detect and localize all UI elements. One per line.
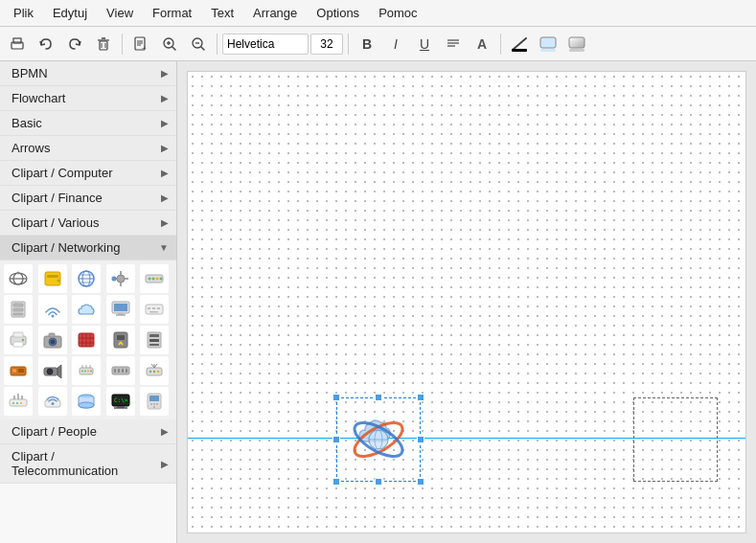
- sidebar-item-basic[interactable]: Basic ▶: [0, 111, 176, 136]
- resize-handle-br[interactable]: [417, 478, 424, 486]
- print-button[interactable]: [4, 31, 31, 57]
- sidebar-item-clipart-various[interactable]: Clipart / Various ▶: [0, 211, 176, 236]
- svg-point-69: [22, 339, 24, 341]
- svg-rect-53: [13, 304, 23, 306]
- menu-arrange[interactable]: Arrange: [243, 4, 307, 22]
- net-icon-4[interactable]: [106, 264, 135, 293]
- italic-button[interactable]: I: [382, 31, 409, 57]
- underline-button[interactable]: U: [411, 31, 438, 57]
- net-icon-9[interactable]: [106, 295, 135, 324]
- sidebar-label-clipart-finance: Clipart / Finance: [11, 191, 103, 205]
- selected-shape[interactable]: [336, 397, 421, 482]
- resize-handle-bm[interactable]: [375, 478, 382, 486]
- net-icon-23[interactable]: [72, 387, 101, 416]
- line-color-button[interactable]: [506, 31, 533, 57]
- menu-pomoc[interactable]: Pomoc: [369, 4, 426, 22]
- svg-point-56: [51, 315, 54, 318]
- svg-point-131: [150, 403, 152, 405]
- sidebar-label-clipart-people: Clipart / People: [11, 424, 97, 439]
- sidebar-item-bpmn[interactable]: BPMN ▶: [0, 61, 176, 86]
- svg-point-118: [12, 402, 14, 404]
- net-icon-13[interactable]: [72, 326, 101, 354]
- menu-format[interactable]: Format: [143, 4, 201, 22]
- sidebar-item-clipart-finance[interactable]: Clipart / Finance ▶: [0, 186, 176, 211]
- font-style-button[interactable]: A: [469, 31, 495, 57]
- svg-point-134: [153, 406, 155, 408]
- net-icon-19[interactable]: [106, 356, 135, 385]
- menu-view[interactable]: View: [97, 4, 143, 22]
- menu-text[interactable]: Text: [201, 4, 243, 22]
- net-icon-1[interactable]: [4, 264, 33, 293]
- chevron-right-icon-computer: ▶: [161, 168, 169, 178]
- svg-rect-106: [126, 369, 127, 373]
- sidebar-item-clipart-networking[interactable]: Clipart / Networking ▼: [0, 236, 176, 260]
- sidebar-item-arrows[interactable]: Arrows ▶: [0, 136, 176, 161]
- svg-rect-62: [148, 307, 150, 309]
- svg-point-41: [117, 275, 125, 283]
- canvas-area[interactable]: ⋮: [177, 61, 756, 543]
- net-icon-17[interactable]: [38, 356, 67, 385]
- net-icon-16[interactable]: [4, 356, 33, 385]
- sidebar-item-clipart-computer[interactable]: Clipart / Computer ▶: [0, 161, 176, 186]
- net-icon-5[interactable]: [140, 264, 169, 293]
- svg-rect-67: [13, 332, 23, 337]
- delete-button[interactable]: [90, 31, 117, 57]
- net-icon-12[interactable]: [38, 326, 67, 354]
- net-icon-18[interactable]: [72, 356, 101, 385]
- net-icon-22[interactable]: [38, 387, 67, 416]
- resize-handle-bl[interactable]: [332, 478, 340, 486]
- align-button[interactable]: [440, 31, 467, 57]
- net-icon-2[interactable]: [38, 264, 67, 293]
- svg-text:C:\>_: C:\>_: [114, 396, 131, 404]
- net-icon-10[interactable]: [140, 295, 169, 324]
- net-icon-6[interactable]: [4, 295, 33, 324]
- svg-rect-65: [149, 311, 158, 313]
- svg-point-89: [12, 369, 16, 373]
- empty-shape-box[interactable]: [633, 397, 718, 482]
- fill-color-button[interactable]: [535, 31, 561, 57]
- zoom-in-button[interactable]: [156, 31, 183, 57]
- menu-options[interactable]: Options: [307, 4, 369, 22]
- net-icon-24[interactable]: C:\>_: [106, 387, 135, 416]
- svg-rect-3: [100, 41, 107, 50]
- resize-handle-ml[interactable]: [332, 436, 340, 443]
- canvas-surface[interactable]: [187, 71, 746, 533]
- net-icon-21[interactable]: [4, 387, 33, 416]
- svg-line-16: [172, 47, 175, 50]
- font-family-input[interactable]: [222, 34, 309, 55]
- fill-style-button[interactable]: [563, 31, 590, 57]
- sidebar-item-clipart-telecom[interactable]: Clipart / Telecommunication ▶: [0, 444, 176, 484]
- separator-3: [348, 34, 349, 55]
- bold-button[interactable]: B: [354, 31, 380, 57]
- svg-point-133: [156, 403, 158, 405]
- redo-button[interactable]: [61, 31, 88, 57]
- net-icon-11[interactable]: [4, 326, 33, 354]
- zoom-out-button[interactable]: [185, 31, 212, 57]
- net-icon-14[interactable]: [106, 326, 135, 354]
- net-icon-15[interactable]: [140, 326, 169, 354]
- font-size-input[interactable]: [310, 34, 343, 55]
- svg-point-51: [160, 278, 163, 281]
- menu-edytuj[interactable]: Edytuj: [43, 4, 97, 22]
- chevron-right-icon-various: ▶: [161, 217, 169, 228]
- format-page-button[interactable]: +: [127, 31, 154, 57]
- resize-handle-tm[interactable]: [375, 394, 382, 401]
- net-icon-20[interactable]: [140, 356, 169, 385]
- chevron-right-icon-arrows: ▶: [161, 143, 169, 153]
- net-icon-8[interactable]: [72, 295, 101, 324]
- resize-handle-tr[interactable]: [417, 394, 424, 401]
- resize-handle-mr[interactable]: [417, 436, 424, 443]
- resize-handle-tl[interactable]: [332, 394, 340, 401]
- network-cloud-orbit-icon: [344, 405, 413, 474]
- net-icon-7[interactable]: [38, 295, 67, 324]
- sidebar-item-flowchart[interactable]: Flowchart ▶: [0, 86, 176, 111]
- sidebar-label-clipart-telecom: Clipart / Telecommunication: [11, 449, 161, 478]
- svg-rect-105: [122, 369, 124, 373]
- net-icon-25[interactable]: [140, 387, 169, 416]
- menu-plik[interactable]: Plik: [4, 4, 43, 22]
- sidebar: BPMN ▶ Flowchart ▶ Basic ▶ Arrows ▶ Clip…: [0, 61, 177, 543]
- net-icon-3[interactable]: [72, 264, 101, 293]
- sidebar-item-clipart-people[interactable]: Clipart / People ▶: [0, 419, 176, 444]
- undo-button[interactable]: [33, 31, 59, 57]
- svg-rect-90: [18, 369, 24, 373]
